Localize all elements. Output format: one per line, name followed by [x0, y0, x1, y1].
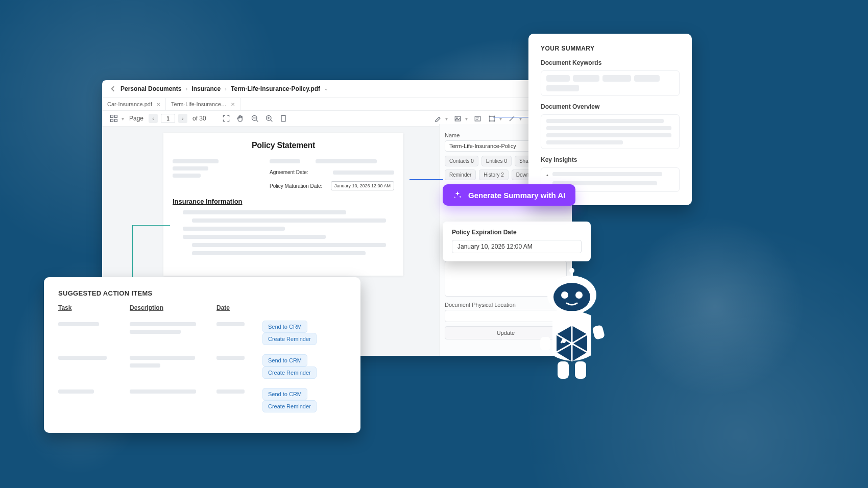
action-row: Send to CRMCreate Reminder — [58, 318, 346, 351]
placeholder-text — [173, 159, 219, 163]
placeholder-text — [173, 166, 208, 170]
tab-label: Term-Life-Insurance… — [171, 101, 227, 107]
svg-rect-10 — [490, 116, 494, 121]
tab-car-insurance[interactable]: Car-Insurance.pdf ✕ — [102, 98, 166, 110]
page-number-input[interactable] — [161, 114, 175, 123]
placeholder-line — [546, 133, 671, 137]
svg-rect-2 — [111, 119, 113, 122]
zoom-in-icon[interactable] — [264, 114, 274, 123]
placeholder-text — [192, 218, 386, 223]
placeholder-line — [546, 126, 671, 130]
breadcrumb: Personal Documents › Insurance › Term-Li… — [102, 80, 572, 98]
breadcrumb-dropdown-icon[interactable]: ⌄ — [324, 86, 328, 91]
placeholder-text — [130, 356, 195, 360]
view-mode-icon[interactable] — [109, 114, 118, 123]
placeholder-text — [173, 174, 201, 178]
placeholder-text — [58, 356, 107, 360]
create-reminder-button[interactable]: Create Reminder — [262, 367, 317, 379]
placeholder-text — [192, 243, 386, 247]
svg-rect-1 — [115, 115, 117, 118]
text-note-icon[interactable] — [473, 114, 482, 123]
placeholder-text — [130, 389, 196, 394]
chip-history[interactable]: History 2 — [479, 169, 508, 180]
page-prev-button[interactable]: ‹ — [149, 114, 158, 123]
placeholder-line — [552, 172, 662, 176]
close-icon[interactable]: ✕ — [231, 102, 235, 107]
highlighter-icon[interactable] — [433, 114, 442, 123]
agreement-date-label: Agreement Date: — [270, 169, 308, 175]
page-width-icon[interactable] — [279, 114, 288, 123]
zoom-out-icon[interactable] — [250, 114, 259, 123]
placeholder-chip — [573, 75, 599, 82]
page-next-button[interactable]: › — [178, 114, 187, 123]
close-icon[interactable]: ✕ — [156, 102, 160, 107]
svg-rect-25 — [540, 337, 550, 350]
chevron-down-icon[interactable]: ▾ — [519, 116, 522, 121]
image-icon[interactable] — [453, 114, 462, 123]
col-desc: Description — [130, 304, 216, 318]
chip-entities[interactable]: Entities 0 — [481, 156, 512, 166]
actions-title: SUGGESTED ACTION ITEMS — [58, 289, 346, 297]
svg-rect-26 — [592, 325, 605, 340]
create-reminder-button[interactable]: Create Reminder — [262, 400, 317, 412]
action-row: Send to CRMCreate Reminder — [58, 385, 346, 419]
line-icon[interactable] — [507, 114, 516, 123]
chevron-down-icon[interactable]: ▾ — [499, 116, 502, 121]
suggested-actions-card: SUGGESTED ACTION ITEMS Task Description … — [44, 277, 360, 433]
placeholder-text — [130, 363, 160, 368]
bullet-icon: • — [546, 172, 548, 178]
expiry-value: January 10, 2026 12:00 AM — [452, 240, 582, 253]
hand-icon[interactable] — [236, 114, 245, 123]
document-title: Policy Statement — [173, 141, 394, 150]
section-heading-insurance: Insurance Information — [173, 198, 394, 205]
tab-label: Car-Insurance.pdf — [107, 101, 152, 107]
sparkle-icon — [453, 190, 462, 200]
crop-icon[interactable] — [487, 114, 496, 123]
action-row: Send to CRMCreate Reminder — [58, 351, 346, 385]
chip-reminder[interactable]: Reminder — [445, 169, 476, 180]
tab-term-life[interactable]: Term-Life-Insurance… ✕ — [166, 98, 240, 110]
placeholder-text — [270, 159, 300, 163]
placeholder-text — [130, 330, 181, 334]
breadcrumb-item-3[interactable]: Term-Life-Insurance-Policy.pdf — [231, 85, 320, 92]
svg-rect-0 — [111, 115, 113, 118]
breadcrumb-back-icon[interactable] — [109, 85, 116, 92]
svg-point-21 — [575, 291, 583, 299]
placeholder-chip — [602, 75, 631, 82]
send-to-crm-button[interactable]: Send to CRM — [262, 388, 307, 400]
breadcrumb-item-2[interactable]: Insurance — [191, 85, 221, 92]
summary-title: YOUR SUMMARY — [541, 45, 680, 52]
create-reminder-button[interactable]: Create Reminder — [262, 333, 317, 345]
col-task: Task — [58, 304, 130, 318]
placeholder-chip — [546, 85, 579, 91]
placeholder-text — [183, 235, 326, 239]
svg-rect-6 — [281, 115, 285, 121]
generate-summary-ai-button[interactable]: Generate Summary with AI — [443, 184, 575, 206]
send-to-crm-button[interactable]: Send to CRM — [262, 321, 307, 333]
placeholder-line — [546, 119, 664, 123]
chevron-down-icon[interactable]: ▾ — [122, 116, 124, 121]
chip-contacts[interactable]: Contacts 0 — [445, 156, 478, 166]
placeholder-line — [546, 140, 623, 144]
robot-mascot — [531, 265, 613, 388]
summary-sect-insights: Key Insights — [541, 156, 680, 163]
svg-rect-27 — [558, 361, 569, 379]
expiry-label: Policy Expiration Date — [452, 229, 582, 236]
svg-point-19 — [553, 283, 590, 311]
svg-rect-9 — [475, 116, 480, 121]
placeholder-chip — [634, 75, 660, 82]
ai-button-label: Generate Summary with AI — [468, 191, 565, 200]
svg-rect-3 — [115, 119, 117, 122]
placeholder-text — [216, 389, 245, 394]
breadcrumb-sep-icon: › — [225, 85, 227, 92]
placeholder-text — [216, 356, 245, 360]
placeholder-text — [183, 227, 285, 231]
placeholder-text — [183, 210, 346, 214]
chevron-down-icon[interactable]: ▾ — [445, 116, 448, 121]
chevron-down-icon[interactable]: ▾ — [465, 116, 468, 121]
placeholder-text — [130, 322, 196, 326]
fullscreen-icon[interactable] — [222, 114, 231, 123]
send-to-crm-button[interactable]: Send to CRM — [262, 354, 307, 367]
breadcrumb-item-1[interactable]: Personal Documents — [120, 85, 181, 92]
page-label: Page — [129, 115, 143, 122]
